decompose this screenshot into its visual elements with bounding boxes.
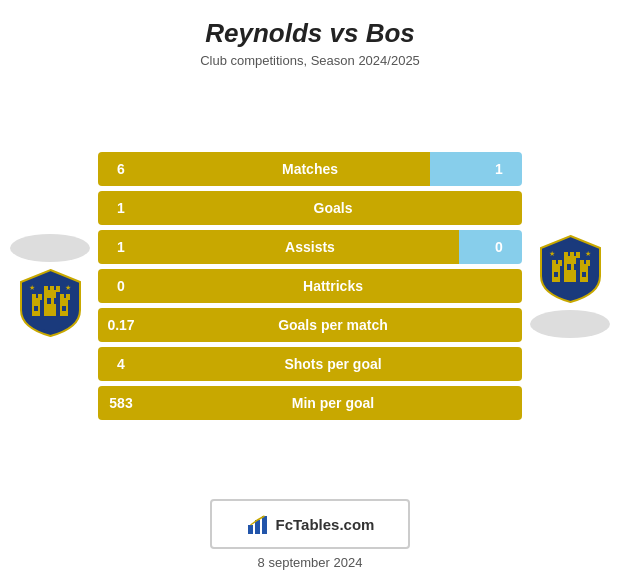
svg-rect-11 [47,298,51,304]
svg-rect-32 [248,525,253,534]
svg-rect-7 [56,286,60,292]
svg-rect-8 [60,294,64,300]
svg-rect-10 [34,306,38,311]
svg-rect-28 [574,264,578,270]
svg-rect-29 [582,272,586,277]
stat-left-hattricks: 0 [98,269,144,303]
svg-rect-12 [54,298,58,304]
svg-rect-25 [586,260,590,266]
page-wrapper: Reynolds vs Bos Club competitions, Seaso… [0,0,620,580]
stat-left-assists: 1 [98,230,144,264]
stat-label-area-min-per-goal: Min per goal [144,386,522,420]
fctables-banner[interactable]: FcTables.com [210,499,410,549]
stat-label-assists: Assists [285,239,335,255]
stat-label-area-goals: Goals [144,191,522,225]
stat-row-min-per-goal: 583Min per goal [98,386,522,420]
svg-text:★: ★ [65,284,71,291]
right-ellipse-bottom [530,310,610,338]
svg-rect-23 [576,252,580,258]
page-subtitle: Club competitions, Season 2024/2025 [10,53,610,68]
stat-row-hattricks: 0Hattricks [98,269,522,303]
svg-text:★: ★ [29,284,35,291]
svg-rect-19 [552,260,556,266]
left-team-crest: ★ ★ [18,268,83,338]
stat-label-shots-per-goal: Shots per goal [284,356,381,372]
stat-label-goals: Goals [314,200,353,216]
svg-rect-13 [62,306,66,311]
stat-row-shots-per-goal: 4Shots per goal [98,347,522,381]
svg-rect-21 [564,252,568,258]
left-ellipse-top [10,234,90,262]
stat-right-matches: 1 [476,152,522,186]
stat-label-area-shots-per-goal: Shots per goal [144,347,522,381]
stat-left-matches: 6 [98,152,144,186]
svg-rect-4 [38,294,42,300]
svg-rect-3 [32,294,36,300]
svg-rect-34 [262,516,267,534]
stat-label-area-assists: Assists [144,230,476,264]
svg-rect-24 [580,260,584,266]
stat-row-goals: 1Goals [98,191,522,225]
svg-rect-20 [558,260,562,266]
header: Reynolds vs Bos Club competitions, Seaso… [0,0,620,74]
stat-left-goals: 1 [98,191,144,225]
stat-row-assists: 1Assists0 [98,230,522,264]
svg-text:★: ★ [549,250,555,257]
fctables-label: FcTables.com [276,516,375,533]
stat-left-shots-per-goal: 4 [98,347,144,381]
stat-right-assists: 0 [476,230,522,264]
date-footer: 8 september 2024 [258,555,363,580]
stat-label-area-matches: Matches [144,152,476,186]
stat-label-area-hattricks: Hattricks [144,269,522,303]
page-title: Reynolds vs Bos [10,18,610,49]
stat-label-hattricks: Hattricks [303,278,363,294]
stat-row-goals-per-match: 0.17Goals per match [98,308,522,342]
stat-left-goals-per-match: 0.17 [98,308,144,342]
svg-rect-27 [567,264,571,270]
right-team-crest: ★ ★ [538,234,603,304]
team-logo-left: ★ ★ [10,234,90,338]
chart-icon [246,512,270,536]
stat-label-area-goals-per-match: Goals per match [144,308,522,342]
svg-rect-22 [570,252,574,258]
stat-label-min-per-goal: Min per goal [292,395,374,411]
team-logo-right: ★ ★ [530,234,610,338]
stat-label-matches: Matches [282,161,338,177]
svg-text:★: ★ [585,250,591,257]
svg-rect-9 [66,294,70,300]
main-content: ★ ★ 6Matches11Goals1Assists00Hattricks0.… [0,74,620,487]
stats-container: 6Matches11Goals1Assists00Hattricks0.17Go… [90,152,530,420]
stat-left-min-per-goal: 583 [98,386,144,420]
svg-rect-5 [44,286,48,292]
svg-rect-26 [554,272,558,277]
stat-label-goals-per-match: Goals per match [278,317,388,333]
svg-rect-6 [50,286,54,292]
stat-row-matches: 6Matches1 [98,152,522,186]
